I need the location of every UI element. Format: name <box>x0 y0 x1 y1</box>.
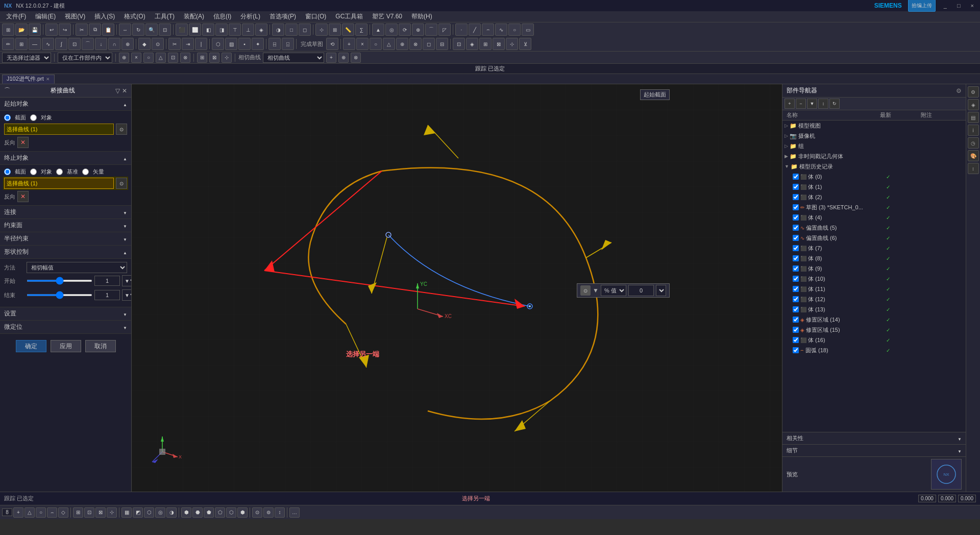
tb2-extra2[interactable]: ⊠ <box>493 38 505 50</box>
tb-boolean[interactable]: ⊕ <box>412 23 424 36</box>
bt-btn10[interactable]: ⬢ <box>181 507 191 518</box>
settings-section-header[interactable]: 设置 <box>0 307 131 321</box>
tb2-offset[interactable]: ⊡ <box>68 38 81 50</box>
start-curve-select[interactable]: 选择曲线 (1) <box>4 124 114 135</box>
bt-btn18[interactable]: ↕ <box>275 507 285 518</box>
tb-right[interactable]: ◨ <box>215 23 228 36</box>
dialog-minimize[interactable]: ▽ <box>115 87 120 94</box>
popup-unit-select[interactable]: % 值 <box>601 285 626 296</box>
menu-tools[interactable]: 工具(T) <box>151 11 179 22</box>
filter-snap2[interactable]: × <box>131 53 141 63</box>
tree-item-arc18[interactable]: ⌢ 圆弧 (18) ✓ <box>782 345 966 355</box>
menu-view[interactable]: 视图(V) <box>61 11 89 22</box>
tb2-snap5[interactable]: ⊕ <box>396 38 408 50</box>
start-select-icon[interactable]: ⊙ <box>116 124 127 135</box>
side-icon-1[interactable]: ⚙ <box>968 86 979 98</box>
tb2-snap3[interactable]: ○ <box>370 38 382 50</box>
bt-btn11[interactable]: ⬣ <box>192 507 203 518</box>
body0-checkbox[interactable] <box>793 174 799 180</box>
menu-format[interactable]: 格式(O) <box>120 11 149 22</box>
tb2-helix[interactable]: ∿ <box>42 38 54 50</box>
radius-constraint-section-header[interactable]: 半径约束 <box>0 232 131 246</box>
end-curve-select[interactable]: 选择曲线 (1) <box>4 178 114 189</box>
bt-btn9[interactable]: ◑ <box>166 507 177 518</box>
tb2-datum[interactable]: ⊞ <box>15 38 28 50</box>
menu-analysis[interactable]: 分析(L) <box>236 11 264 22</box>
filter-add2[interactable]: ⊕ <box>338 53 349 63</box>
tb2-patch[interactable]: ⬡ <box>212 38 224 50</box>
bt-snap-to-point[interactable]: + <box>13 507 23 518</box>
tb-snap[interactable]: ⊹ <box>315 23 328 36</box>
nav-refresh-btn[interactable]: ↻ <box>829 99 840 109</box>
start-unit-select[interactable]: ▼ <box>122 275 132 286</box>
bt-btn13[interactable]: ⬠ <box>215 507 225 518</box>
start-reverse-btn[interactable]: ✕ <box>17 137 29 148</box>
filter-add3[interactable]: ⊗ <box>351 53 361 63</box>
side-icon-4[interactable]: i <box>968 125 979 136</box>
shape-control-section-header[interactable]: 形状控制 <box>0 246 131 259</box>
tb-fit[interactable]: ⊡ <box>159 23 171 36</box>
tree-item-body13[interactable]: ⬛ 体 (13) ✓ <box>782 304 966 314</box>
work-part-filter-select[interactable]: 仅在工作部件内 <box>58 53 112 63</box>
method-select[interactable]: 相切幅值 <box>27 262 127 273</box>
region15-checkbox[interactable] <box>793 327 799 333</box>
tree-item-body10[interactable]: ⬛ 体 (10) ✓ <box>782 274 966 284</box>
tree-item-sketch3[interactable]: ✏ 草图 (3) *SKETCH_0... ✓ <box>782 202 966 212</box>
start-section-radio[interactable] <box>4 114 11 121</box>
end-unit-select[interactable]: ▼ <box>122 289 132 301</box>
tb-front[interactable]: ⬛ <box>176 23 188 36</box>
tb-left[interactable]: ◧ <box>202 23 214 36</box>
end-value-input[interactable] <box>94 290 120 300</box>
body10-checkbox[interactable] <box>793 276 799 282</box>
tb-shade[interactable]: ◑ <box>272 23 284 36</box>
arc18-checkbox[interactable] <box>793 347 799 353</box>
tb2-basic[interactable]: — <box>29 38 41 50</box>
tb-undo[interactable]: ↩ <box>45 23 58 36</box>
bt-btn6[interactable]: ◩ <box>133 507 143 518</box>
tree-item-history[interactable]: ▼ 📁 模型历史记录 <box>782 161 966 172</box>
tb2-surface[interactable]: ▨ <box>225 38 237 50</box>
tree-item-body11[interactable]: ⬛ 体 (11) ✓ <box>782 284 966 294</box>
end-object-section-header[interactable]: 终止对象 <box>0 152 131 165</box>
tb2-extra1[interactable]: ⊞ <box>479 38 492 50</box>
body16-checkbox[interactable] <box>793 337 799 343</box>
tb-hide[interactable]: ◻ <box>299 23 311 36</box>
tb2-trim[interactable]: ✂ <box>168 38 181 50</box>
menu-window[interactable]: 窗口(O) <box>301 11 330 22</box>
menu-help[interactable]: 帮助(H) <box>407 11 436 22</box>
tb-redo[interactable]: ↪ <box>59 23 71 36</box>
end-section-radio[interactable] <box>4 168 11 175</box>
body7-checkbox[interactable] <box>793 245 799 251</box>
tb2-snap2[interactable]: × <box>356 38 369 50</box>
filter-add1[interactable]: + <box>326 53 336 63</box>
tb-circle[interactable]: ○ <box>508 23 521 36</box>
bt-btn15[interactable]: ⬢ <box>237 507 248 518</box>
sketch3-checkbox[interactable] <box>793 204 799 210</box>
bt-snap-quadrant[interactable]: ◇ <box>58 507 68 518</box>
bt-snap-tangent[interactable]: ⌢ <box>47 507 57 518</box>
tree-item-body7[interactable]: ⬛ 体 (7) ✓ <box>782 243 966 253</box>
menu-edit[interactable]: 编辑(E) <box>31 11 60 22</box>
nav-collapse-btn[interactable]: − <box>796 99 806 109</box>
selection-filter-select[interactable]: 无选择过滤器 <box>2 53 51 63</box>
tb2-bridge[interactable]: ⌒ <box>82 38 94 50</box>
tb2-combine[interactable]: ⊕ <box>121 38 134 50</box>
start-slider[interactable] <box>27 280 92 282</box>
body12-checkbox[interactable] <box>793 296 799 302</box>
menu-assembly[interactable]: 装配(A) <box>180 11 208 22</box>
filter-snap1[interactable]: ⊕ <box>119 53 129 63</box>
menu-file[interactable]: 文件(F) <box>2 11 30 22</box>
cloud-upload-button[interactable]: 拾编上传 <box>908 0 936 12</box>
nav-expand-btn[interactable]: + <box>785 99 795 109</box>
tree-item-spline6[interactable]: ∿ 偏置曲线 (6) ✓ <box>782 233 966 243</box>
tb-spline[interactable]: ∿ <box>495 23 507 36</box>
tree-item-nontimestamp[interactable]: ▶ 📁 非时间戳记几何体 <box>782 151 966 161</box>
curve-filter-select[interactable]: 相切曲线 <box>263 53 324 63</box>
dialog-close-btn[interactable]: ✕ <box>122 87 127 94</box>
bt-btn7[interactable]: ⬡ <box>144 507 154 518</box>
body8-checkbox[interactable] <box>793 255 799 261</box>
tree-item-body8[interactable]: ⬛ 体 (8) ✓ <box>782 253 966 263</box>
body13-checkbox[interactable] <box>793 306 799 312</box>
file-tab[interactable]: J102进气件.prt ✕ <box>2 75 55 84</box>
detail-section[interactable]: 细节 <box>782 444 966 456</box>
